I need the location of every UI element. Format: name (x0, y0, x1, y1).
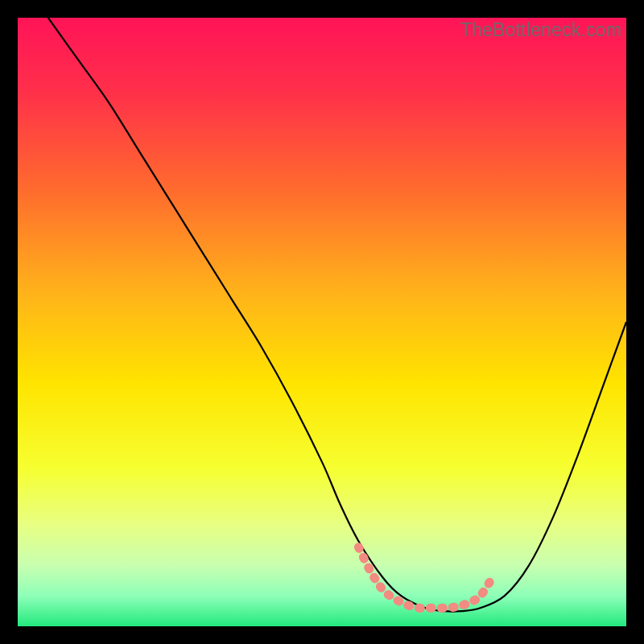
chart-frame: TheBottleneck.com (18, 18, 626, 626)
watermark-text: TheBottleneck.com (460, 19, 621, 41)
bottleneck-chart (18, 18, 626, 626)
gradient-background (18, 18, 626, 626)
